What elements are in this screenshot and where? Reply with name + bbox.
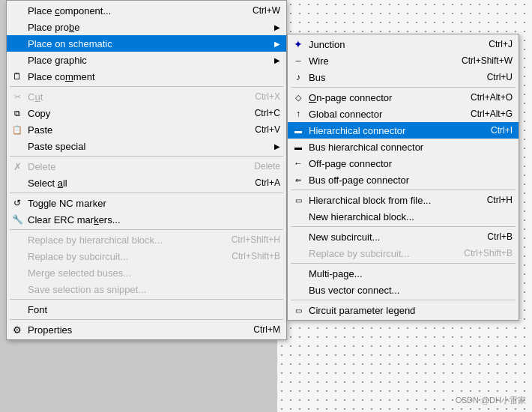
paste-shortcut: Ctrl+V xyxy=(255,124,280,135)
menu-item-place-on-schematic[interactable]: Place on schematic ▶ xyxy=(7,35,286,52)
sub-separator-4 xyxy=(291,263,516,264)
new-subcircuit-shortcut: Ctrl+B xyxy=(487,231,513,242)
off-page-connector-label: Off-page connector xyxy=(309,158,513,169)
cut-label: Cut xyxy=(28,91,240,103)
place-component-shortcut: Ctrl+W xyxy=(253,5,280,16)
bus-hier-connector-label: Bus hierarchical connector xyxy=(309,142,513,153)
menu-item-properties[interactable]: ⚙ Properties Ctrl+M xyxy=(7,321,286,338)
submenu-item-circuit-param-legend[interactable]: ▭ Circuit parameter legend xyxy=(288,302,519,318)
off-page-connector-icon: ← xyxy=(291,158,306,169)
submenu-item-global-connector[interactable]: ↑ Global connector Ctrl+Alt+G xyxy=(288,106,519,122)
sub-separator-2 xyxy=(291,190,516,190)
on-page-connector-shortcut: Ctrl+Alt+O xyxy=(471,92,513,103)
bus-off-page-connector-icon: ⇐ xyxy=(291,176,306,184)
global-connector-shortcut: Ctrl+Alt+G xyxy=(471,109,513,119)
watermark: CSDN @DH小雷家 xyxy=(456,395,526,406)
replace-hier-shortcut: Ctrl+Shift+H xyxy=(232,234,280,245)
submenu-item-on-page-connector[interactable]: ◇ On-page connector Ctrl+Alt+O xyxy=(288,89,519,106)
properties-label: Properties xyxy=(28,324,238,336)
properties-shortcut: Ctrl+M xyxy=(253,324,280,335)
hierarchical-connector-shortcut: Ctrl+I xyxy=(491,125,513,136)
separator-1 xyxy=(10,86,283,87)
submenu-item-bus[interactable]: ♪ Bus Ctrl+U xyxy=(288,69,519,85)
menu-item-place-component[interactable]: Place component... Ctrl+W xyxy=(7,2,286,19)
sub-separator-3 xyxy=(291,226,516,227)
copy-label: Copy xyxy=(28,108,240,119)
place-component-label: Place component... xyxy=(28,5,238,16)
place-graphic-arrow: ▶ xyxy=(274,56,280,64)
place-on-schematic-label: Place on schematic xyxy=(28,38,271,49)
copy-icon: ⧉ xyxy=(10,109,25,118)
place-on-schematic-arrow: ▶ xyxy=(274,40,280,48)
global-connector-icon: ↑ xyxy=(291,109,306,119)
multi-page-label: Multi-page... xyxy=(309,268,513,279)
delete-shortcut: Delete xyxy=(254,161,280,172)
place-comment-label: Place comment xyxy=(28,71,280,82)
bus-off-page-connector-label: Bus off-page connector xyxy=(309,175,513,186)
menu-item-cut: ✂ Cut Ctrl+X xyxy=(7,88,286,105)
menu-item-select-all[interactable]: Select all Ctrl+A xyxy=(7,175,286,191)
submenu-item-hier-block-file[interactable]: ▭ Hierarchical block from file... Ctrl+H xyxy=(288,192,519,208)
clear-erc-label: Clear ERC markers... xyxy=(28,214,280,225)
menu-item-place-comment[interactable]: 🗒 Place comment xyxy=(7,68,286,85)
menu-item-paste[interactable]: 📋 Paste Ctrl+V xyxy=(7,121,286,138)
bus-shortcut: Ctrl+U xyxy=(487,72,513,82)
new-subcircuit-label: New subcircuit... xyxy=(309,231,472,243)
separator-5 xyxy=(10,299,283,300)
wire-label: Wire xyxy=(309,55,447,67)
circuit-param-legend-icon: ▭ xyxy=(291,306,306,315)
submenu-item-bus-off-page-connector[interactable]: ⇐ Bus off-page connector xyxy=(288,172,519,188)
bus-icon: ♪ xyxy=(291,72,306,82)
paste-special-label: Paste special xyxy=(28,141,271,152)
toggle-nc-label: Toggle NC marker xyxy=(28,198,280,209)
bus-hier-connector-icon: ▬ xyxy=(291,143,306,151)
submenu-item-wire[interactable]: ─ Wire Ctrl+Shift+W xyxy=(288,52,519,69)
properties-icon: ⚙ xyxy=(10,324,25,336)
hier-block-file-shortcut: Ctrl+H xyxy=(487,195,513,205)
menu-item-toggle-nc[interactable]: ↺ Toggle NC marker xyxy=(7,195,286,211)
submenu-item-bus-vector-connect[interactable]: Bus vector connect... xyxy=(288,282,519,298)
circuit-param-legend-label: Circuit parameter legend xyxy=(309,305,513,316)
junction-label: Junction xyxy=(309,39,474,50)
menu-item-place-graphic[interactable]: Place graphic ▶ xyxy=(7,52,286,68)
menu-item-replace-hier: Replace by hierarchical block... Ctrl+Sh… xyxy=(7,231,286,248)
paste-special-arrow: ▶ xyxy=(274,142,280,151)
menu-item-merge-buses: Merge selected buses... xyxy=(7,264,286,281)
replace-subcircuit-label: Replace by subcircuit... xyxy=(309,248,449,259)
junction-icon: ✦ xyxy=(291,38,306,50)
cut-icon: ✂ xyxy=(10,92,25,102)
place-graphic-label: Place graphic xyxy=(28,55,271,66)
menu-item-paste-special[interactable]: Paste special ▶ xyxy=(7,138,286,154)
bus-label: Bus xyxy=(309,72,472,83)
replace-hier-label: Replace by hierarchical block... xyxy=(28,234,217,246)
submenu-item-hierarchical-connector[interactable]: ▬ Hierarchical connector Ctrl+I xyxy=(288,122,519,139)
submenu-item-new-subcircuit[interactable]: New subcircuit... Ctrl+B xyxy=(288,228,519,245)
new-hier-block-label: New hierarchical block... xyxy=(309,211,513,222)
delete-icon: ✗ xyxy=(10,161,25,172)
save-snippet-label: Save selection as snippet... xyxy=(28,284,280,295)
junction-shortcut: Ctrl+J xyxy=(489,39,513,49)
separator-4 xyxy=(10,229,283,230)
submenu-item-junction[interactable]: ✦ Junction Ctrl+J xyxy=(288,36,519,52)
menu-item-clear-erc[interactable]: 🔧 Clear ERC markers... xyxy=(7,211,286,228)
separator-3 xyxy=(10,193,283,193)
toggle-nc-icon: ↺ xyxy=(10,198,25,208)
bus-vector-connect-label: Bus vector connect... xyxy=(309,285,513,296)
menu-item-copy[interactable]: ⧉ Copy Ctrl+C xyxy=(7,105,286,121)
place-probe-arrow: ▶ xyxy=(274,23,280,31)
menu-item-save-snippet: Save selection as snippet... xyxy=(7,281,286,297)
menu-item-font[interactable]: Font xyxy=(7,301,286,318)
submenu-item-multi-page[interactable]: Multi-page... xyxy=(288,265,519,282)
menu-item-place-probe[interactable]: Place probe ▶ xyxy=(7,19,286,35)
separator-2 xyxy=(10,156,283,157)
hier-block-file-icon: ▭ xyxy=(291,196,306,205)
hier-block-file-label: Hierarchical block from file... xyxy=(309,195,472,206)
place-comment-icon: 🗒 xyxy=(10,71,25,82)
wire-shortcut: Ctrl+Shift+W xyxy=(462,55,513,66)
hierarchical-connector-label: Hierarchical connector xyxy=(309,125,476,136)
submenu-item-new-hier-block[interactable]: New hierarchical block... xyxy=(288,208,519,225)
submenu-item-off-page-connector[interactable]: ← Off-page connector xyxy=(288,155,519,172)
submenu-item-bus-hier-connector[interactable]: ▬ Bus hierarchical connector xyxy=(288,139,519,155)
replace-subcircuit-shortcut: Ctrl+Shift+B xyxy=(464,248,513,258)
cut-shortcut: Ctrl+X xyxy=(255,91,280,102)
